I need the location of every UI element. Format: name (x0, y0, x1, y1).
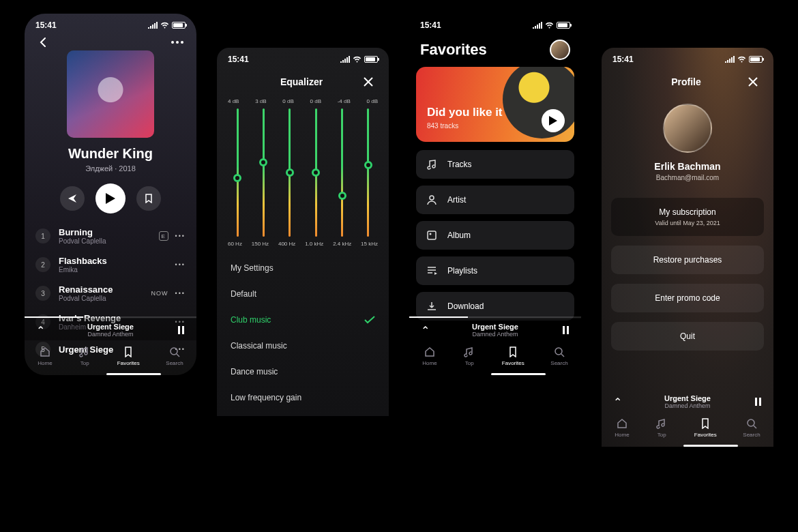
promo-card[interactable]: Did you like it 843 tracks (416, 67, 574, 142)
track-row[interactable]: 1 Burning Podval Caplella E••• (35, 222, 186, 250)
preset-item[interactable]: My Settings (231, 255, 375, 281)
eq-db-label: 0 dB (282, 98, 293, 104)
tab-top[interactable]: Top (655, 417, 668, 438)
signal-icon (340, 56, 350, 63)
bookmark-icon (699, 417, 711, 430)
promo-code-button[interactable]: Enter promo code (611, 284, 764, 312)
artist-icon (426, 194, 438, 206)
eq-slider[interactable] (228, 108, 247, 237)
pause-button[interactable] (175, 326, 187, 334)
svg-point-8 (748, 419, 754, 426)
eq-db-label: 4 dB (228, 98, 239, 104)
tab-home[interactable]: Home (38, 346, 52, 366)
eq-slider[interactable] (280, 108, 299, 237)
tab-favorites[interactable]: Favorites (117, 346, 140, 366)
profile-email: Bachman@mail.com (602, 174, 773, 181)
status-icons (533, 22, 570, 29)
wifi-icon (353, 56, 361, 63)
mini-player[interactable]: ⌃ Urgent Siege Damned Anthem (25, 318, 196, 340)
tab-favorites[interactable]: Favorites (694, 417, 717, 438)
eq-db-label: 0 dB (367, 98, 378, 104)
music-icon (655, 417, 668, 430)
preset-item[interactable]: Club music (231, 307, 375, 333)
subscription-title: My subscription (619, 207, 756, 217)
status-bar: 15:41 (602, 48, 773, 67)
tab-top[interactable]: Top (78, 346, 91, 366)
tab-top[interactable]: Top (463, 346, 475, 366)
now-label: NOW (151, 290, 168, 297)
check-icon (364, 316, 375, 324)
mini-artist: Damned Anthem (53, 331, 168, 338)
track-title: Flashbacks (59, 256, 167, 266)
promo-play-button[interactable] (542, 109, 565, 132)
tracks-icon (426, 158, 438, 171)
status-time: 15:41 (35, 20, 57, 30)
chevron-up-icon[interactable]: ⌃ (611, 396, 623, 409)
more-button[interactable] (169, 34, 186, 50)
track-more-button[interactable]: ••• (175, 290, 186, 297)
chevron-up-icon[interactable]: ⌃ (419, 324, 431, 337)
playlists-icon (426, 265, 438, 277)
pause-button[interactable] (752, 398, 764, 406)
preset-item[interactable]: Classical music (231, 333, 375, 359)
profile-name: Erlik Bachman (602, 161, 773, 172)
eq-slider[interactable] (333, 108, 352, 237)
tab-home[interactable]: Home (422, 346, 437, 366)
play-button[interactable] (95, 183, 125, 213)
chevron-up-icon[interactable]: ⌃ (34, 324, 46, 337)
tab-search[interactable]: Search (743, 417, 760, 438)
close-button[interactable] (745, 74, 761, 90)
bookmark-button[interactable] (136, 186, 161, 211)
svg-point-4 (430, 196, 434, 200)
eq-db-label: 0 dB (310, 98, 321, 104)
eq-hz-label: 1.0 kHz (305, 241, 323, 247)
album-subtitle: Элджей · 2018 (25, 164, 196, 173)
screen-favorites: 15:41 Favorites Did you like it 843 trac… (409, 14, 581, 375)
category-album[interactable]: Album (416, 221, 574, 250)
preset-item[interactable]: Default (231, 281, 375, 307)
category-artist[interactable]: Artist (416, 186, 574, 214)
quit-button[interactable]: Quit (611, 322, 764, 351)
signal-icon (725, 56, 735, 63)
category-label: Tracks (447, 160, 472, 169)
status-time: 15:41 (612, 55, 634, 64)
mini-artist: Damned Anthem (438, 331, 552, 338)
subscription-card[interactable]: My subscription Valid until May 23, 2021 (611, 198, 764, 236)
wifi-icon (545, 22, 554, 29)
profile-avatar (663, 104, 712, 153)
mini-player[interactable]: ⌃ Urgent Siege Damned Anthem (602, 390, 773, 412)
mini-player[interactable]: ⌃ Urgent Siege Damned Anthem (409, 318, 581, 340)
status-icons (340, 56, 378, 63)
pause-button[interactable] (559, 326, 572, 334)
svg-point-6 (430, 233, 432, 235)
status-time: 15:41 (420, 20, 441, 30)
restore-button[interactable]: Restore purchases (611, 246, 764, 274)
track-more-button[interactable]: ••• (175, 233, 186, 239)
track-row[interactable]: 2 Flashbacks Emika ••• (35, 250, 186, 279)
eq-slider[interactable] (306, 108, 325, 237)
status-icons (148, 22, 186, 29)
tab-favorites[interactable]: Favorites (502, 346, 524, 366)
svg-rect-5 (428, 231, 436, 239)
category-playlists[interactable]: Playlists (416, 256, 574, 285)
tab-search[interactable]: Search (550, 346, 567, 366)
eq-slider[interactable] (359, 108, 378, 237)
eq-slider[interactable] (254, 108, 273, 237)
tab-search[interactable]: Search (166, 346, 183, 366)
preset-item[interactable]: Dance music (231, 359, 375, 385)
share-button[interactable] (60, 186, 85, 211)
back-button[interactable] (35, 34, 52, 50)
track-row[interactable]: 3 Renaissance Podval Caplella NOW••• (35, 279, 186, 308)
preset-item[interactable]: Low frequency gain (231, 385, 375, 411)
equalizer-title: Equalizer (243, 76, 360, 87)
avatar-button[interactable] (550, 40, 570, 60)
svg-point-2 (181, 41, 183, 44)
track-more-button[interactable]: ••• (175, 261, 186, 268)
mini-track: Urgent Siege (53, 323, 168, 331)
close-button[interactable] (360, 74, 376, 90)
preset-item[interactable]: Low frequency gain (231, 411, 375, 416)
category-tracks[interactable]: Tracks (416, 150, 574, 179)
track-artist: Emika (59, 266, 167, 274)
track-artist: Podval Caplella (59, 295, 143, 302)
tab-home[interactable]: Home (615, 417, 629, 438)
